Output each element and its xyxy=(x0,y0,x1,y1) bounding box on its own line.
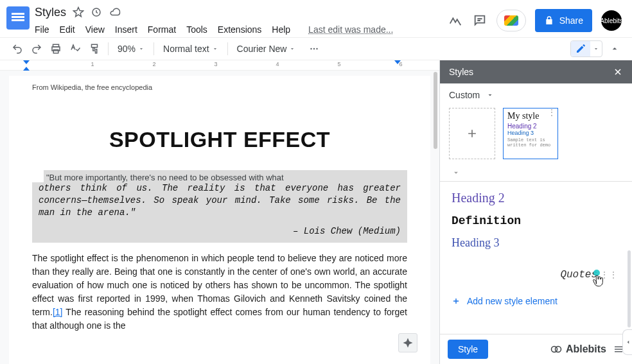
page-heading: SPOTLIGHT EFFECT xyxy=(32,127,407,152)
paragraph-style-dropdown[interactable]: Normal text xyxy=(159,40,222,57)
style-heading3[interactable]: Heading 3 xyxy=(452,236,620,250)
page[interactable]: From Wikipedia, the free encyclopedia SP… xyxy=(9,76,430,364)
more-icon[interactable]: ⋮ xyxy=(548,110,556,114)
menu-help[interactable]: Help xyxy=(272,24,290,35)
explore-button[interactable] xyxy=(398,333,417,352)
ablebits-logo-icon xyxy=(550,343,562,355)
add-style-label: Add new style element xyxy=(467,296,557,306)
menu-extensions[interactable]: Extensions xyxy=(218,24,261,35)
font-value: Courier New xyxy=(237,44,287,54)
ruler-tick: 1 xyxy=(62,61,123,67)
cloud-status-icon[interactable] xyxy=(109,6,120,18)
avatar[interactable]: Ablebits xyxy=(601,10,622,31)
document-title[interactable]: Styles xyxy=(35,6,66,19)
toolbar: 90% Normal text Courier New xyxy=(0,37,632,60)
move-icon[interactable] xyxy=(91,6,102,18)
ablebits-brand[interactable]: Ablebits xyxy=(550,343,606,355)
ruler-tick: 3 xyxy=(185,61,247,67)
last-edit-link[interactable]: Last edit was made... xyxy=(308,24,393,35)
panel-section-label: Custom xyxy=(449,90,480,100)
paragraph-style-value: Normal text xyxy=(163,44,209,54)
document-area: 1 2 3 4 5 6 From Wikipedia, the free enc… xyxy=(0,60,439,364)
comments-icon[interactable] xyxy=(472,13,487,28)
paint-format-button[interactable] xyxy=(86,40,103,57)
ruler-tick: 6 xyxy=(370,61,432,67)
panel-scrollbar[interactable] xyxy=(628,250,631,327)
lock-icon xyxy=(544,15,554,26)
ruler[interactable]: 1 2 3 4 5 6 xyxy=(0,60,439,71)
font-dropdown[interactable]: Courier New xyxy=(233,40,300,57)
editing-mode-dropdown[interactable] xyxy=(570,40,602,57)
preset-h3: Heading 3 xyxy=(507,130,554,136)
preset-title: My style xyxy=(507,111,554,121)
chevron-down-icon xyxy=(289,46,295,52)
preset-h2: Heading 2 xyxy=(507,123,554,130)
panel-title: Styles xyxy=(449,67,473,77)
ruler-tick: 5 xyxy=(308,61,370,67)
scrollbar[interactable] xyxy=(434,72,437,149)
chevron-down-icon xyxy=(593,46,599,52)
menu-tools[interactable]: Tools xyxy=(186,24,207,35)
activity-icon[interactable] xyxy=(448,13,463,28)
redo-button[interactable] xyxy=(28,40,45,57)
plus-icon xyxy=(452,297,461,306)
quote-line: "But more importantly, there's no need t… xyxy=(44,170,407,182)
menu-insert[interactable]: Insert xyxy=(115,24,137,35)
brand-label: Ablebits xyxy=(566,343,606,355)
meet-icon xyxy=(504,15,518,26)
docs-logo-icon[interactable] xyxy=(6,6,30,30)
style-heading2[interactable]: Heading 2 xyxy=(452,191,620,205)
svg-point-5 xyxy=(313,48,315,49)
chevron-down-icon[interactable] xyxy=(486,91,494,99)
chevron-down-icon xyxy=(212,46,218,52)
apply-style-button[interactable]: Style xyxy=(448,340,488,359)
style-preset-card[interactable]: ⋮ My style Heading 2 Heading 3 Sample te… xyxy=(503,108,558,159)
styles-panel: Styles Custom ⋮ My style Heading 2 Headi… xyxy=(439,60,632,364)
spellcheck-button[interactable] xyxy=(67,40,83,57)
quote-text: others think of us. The reality is that … xyxy=(39,183,401,218)
style-quotes[interactable]: Quotes xyxy=(560,269,597,281)
svg-point-6 xyxy=(317,48,318,49)
undo-button[interactable] xyxy=(9,40,26,57)
quote-attribution: – Lois Chew (Medium) xyxy=(39,225,401,238)
pencil-icon xyxy=(571,41,590,56)
body-paragraph: The spotlight effect is the phenomenon i… xyxy=(32,252,407,333)
menu-format[interactable]: Format xyxy=(148,24,176,35)
share-label: Share xyxy=(559,15,583,26)
ruler-tick: 2 xyxy=(123,61,185,67)
citation-link[interactable]: [1] xyxy=(53,307,63,317)
menubar: File Edit View Insert Format Tools Exten… xyxy=(35,21,448,39)
zoom-value: 90% xyxy=(118,44,136,54)
page-subtitle: From Wikipedia, the free encyclopedia xyxy=(32,83,407,91)
zoom-dropdown[interactable]: 90% xyxy=(114,40,148,57)
menu-view[interactable]: View xyxy=(85,24,105,35)
click-indicator-icon xyxy=(593,270,600,276)
ruler-tick: 4 xyxy=(247,61,308,67)
print-button[interactable] xyxy=(48,40,64,57)
chevron-down-icon xyxy=(138,46,145,52)
share-button[interactable]: Share xyxy=(535,9,592,32)
meet-button[interactable] xyxy=(496,10,526,31)
menu-file[interactable]: File xyxy=(35,24,49,35)
quote-block: others think of us. The reality is that … xyxy=(32,182,407,243)
style-definition[interactable]: Definition xyxy=(452,214,620,227)
menu-edit[interactable]: Edit xyxy=(60,24,75,35)
drag-handle-icon[interactable]: ⋮⋮ xyxy=(600,272,618,277)
preset-sample: Sample text is written for demo xyxy=(507,137,554,148)
add-preset-button[interactable] xyxy=(449,108,495,159)
close-icon[interactable] xyxy=(613,67,623,77)
chevron-down-icon[interactable] xyxy=(452,168,461,177)
titlebar: Styles File Edit View Insert Format Tool… xyxy=(0,0,632,37)
star-icon[interactable] xyxy=(73,6,84,18)
collapse-sidepanel-button[interactable] xyxy=(622,329,632,355)
svg-point-4 xyxy=(311,48,312,49)
collapse-toolbar-button[interactable] xyxy=(606,40,623,57)
svg-point-8 xyxy=(555,347,561,352)
more-toolbar-button[interactable] xyxy=(306,40,322,57)
add-style-element-button[interactable]: Add new style element xyxy=(440,292,632,313)
